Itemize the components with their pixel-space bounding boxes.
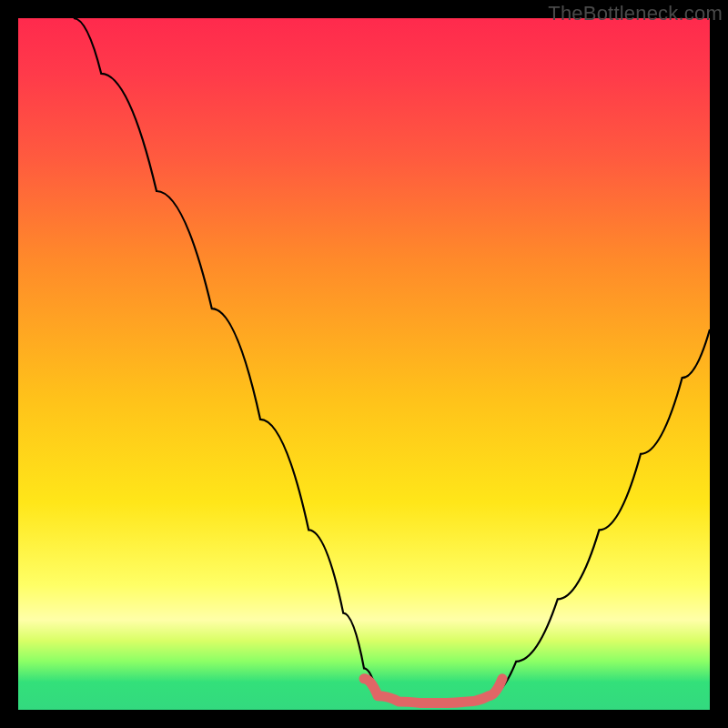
left-curve-path [74, 18, 378, 696]
right-curve-path [489, 329, 710, 696]
curve-overlay [18, 18, 710, 710]
optimal-band-path [364, 679, 502, 703]
chart-frame: TheBottleneck.com [0, 0, 728, 728]
watermark-text: TheBottleneck.com [548, 2, 723, 25]
